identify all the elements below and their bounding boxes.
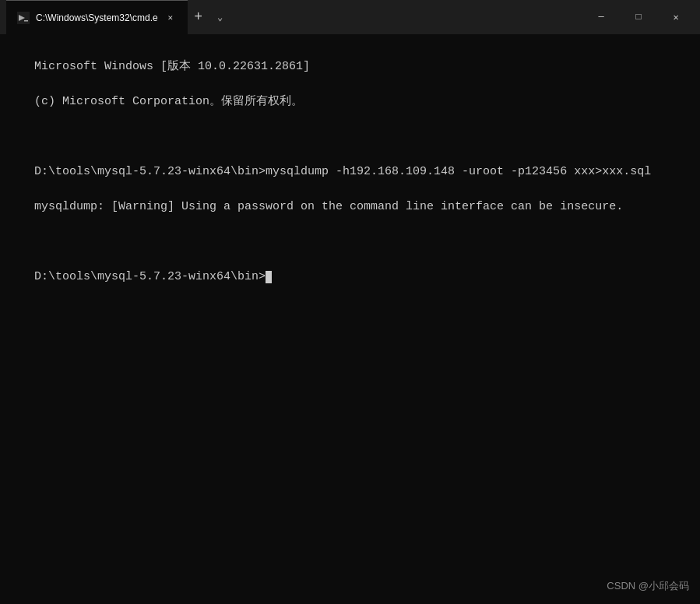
active-tab[interactable]: C:\Windows\System32\cmd.e ✕ (6, 0, 188, 34)
svg-rect-2 (24, 20, 28, 22)
maximize-button[interactable]: □ (621, 5, 656, 30)
window-controls: — □ ✕ (583, 5, 694, 30)
cmd-icon (17, 12, 30, 24)
tab-dropdown-button[interactable]: ⌄ (209, 6, 231, 28)
terminal-cursor (266, 271, 272, 283)
terminal-line-4: D:\tools\mysql-5.7.23-winx64\bin>mysqldu… (34, 165, 651, 178)
terminal-line-5: mysqldump: [Warning] Using a password on… (34, 200, 623, 213)
terminal-prompt: D:\tools\mysql-5.7.23-winx64\bin> (34, 270, 266, 283)
tab-title: C:\Windows\System32\cmd.e (36, 12, 158, 23)
titlebar: C:\Windows\System32\cmd.e ✕ + ⌄ — □ ✕ (0, 0, 700, 34)
terminal-line-1: Microsoft Windows [版本 10.0.22631.2861] (34, 60, 310, 73)
tab-area: C:\Windows\System32\cmd.e ✕ + ⌄ (6, 0, 583, 34)
close-button[interactable]: ✕ (658, 5, 694, 30)
watermark: CSDN @小邱会码 (607, 578, 689, 594)
new-tab-button[interactable]: + (188, 6, 209, 28)
terminal-body[interactable]: Microsoft Windows [版本 10.0.22631.2861] (… (0, 34, 700, 604)
terminal-line-2: (c) Microsoft Corporation。保留所有权利。 (34, 95, 303, 108)
minimize-button[interactable]: — (583, 5, 619, 30)
tab-close-button[interactable]: ✕ (164, 12, 177, 24)
terminal-window: C:\Windows\System32\cmd.e ✕ + ⌄ — □ ✕ Mi… (0, 0, 700, 604)
